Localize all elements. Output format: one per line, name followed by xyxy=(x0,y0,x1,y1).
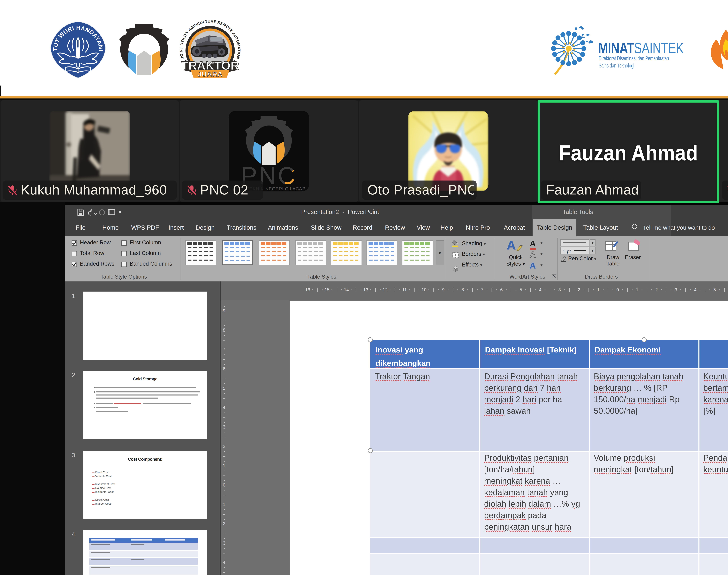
svg-text:TRAKTOR: TRAKTOR xyxy=(181,59,239,72)
svg-text:JUARA: JUARA xyxy=(197,70,223,78)
